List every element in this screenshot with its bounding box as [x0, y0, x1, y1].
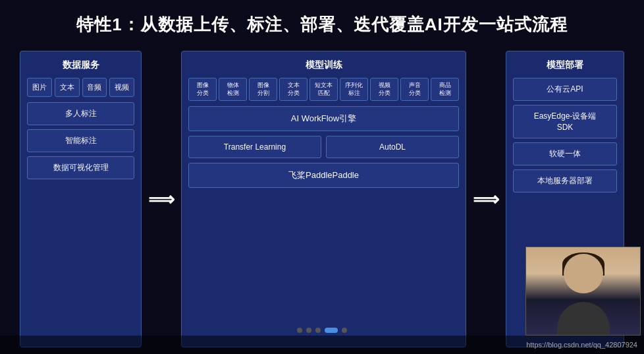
- arrow-icon-2: ⟹: [473, 189, 499, 210]
- training-row: Transfer Learning AutoDL: [188, 136, 459, 158]
- slide-container: 特性1：从数据上传、标注、部署、迭代覆盖AI开发一站式流程 数据服务 图片 文本…: [0, 0, 644, 354]
- deploy-public-api: 公有云API: [513, 78, 617, 101]
- arrow-icon-1: ⟹: [148, 189, 174, 210]
- model-deploy-title: 模型部署: [547, 59, 583, 71]
- data-visualization: 数据可视化管理: [27, 156, 134, 179]
- person-head: [564, 254, 603, 293]
- smart-annotation: 智能标注: [27, 129, 134, 152]
- model-sound-classify: 声音分类: [400, 78, 429, 101]
- model-image-segment: 图像分割: [249, 78, 277, 101]
- webcam-person: [526, 247, 640, 335]
- bottom-bar: https://blog.csdn.net/qq_42807924: [0, 336, 644, 354]
- workflow-bar: AI WorkFlow引擎: [188, 106, 459, 131]
- model-product-detect: 商品检测: [431, 78, 459, 101]
- model-object-detect: 物体检测: [219, 78, 247, 101]
- model-training-panel: 模型训练 图像分类 物体检测 图像分割 文本分类 短文本匹配 序列化标注 视频分…: [181, 51, 466, 347]
- model-image-classify: 图像分类: [188, 78, 217, 101]
- data-service-title: 数据服务: [63, 59, 99, 71]
- dot-3[interactable]: [315, 328, 321, 333]
- multi-annotation: 多人标注: [27, 102, 134, 125]
- model-sequence: 序列化标注: [340, 78, 368, 101]
- slide-dots: [297, 328, 347, 333]
- model-video-classify: 视频分类: [370, 78, 398, 101]
- dot-2[interactable]: [306, 328, 311, 333]
- webcam-overlay: [525, 247, 641, 336]
- model-short-text: 短文本匹配: [309, 78, 338, 101]
- data-type-audio: 音频: [82, 78, 107, 97]
- data-type-video: 视频: [109, 78, 134, 97]
- person-body: [557, 302, 610, 335]
- data-type-image: 图片: [27, 78, 52, 97]
- dot-5[interactable]: [342, 328, 347, 333]
- deploy-hardware: 软硬一体: [513, 142, 617, 165]
- data-service-panel: 数据服务 图片 文本 音频 视频 多人标注 智能标注 数据可视化管理: [20, 51, 142, 347]
- bottom-url: https://blog.csdn.net/qq_42807924: [526, 341, 637, 349]
- slide-title: 特性1：从数据上传、标注、部署、迭代覆盖AI开发一站式流程: [76, 13, 567, 36]
- deploy-easyedge: EasyEdge-设备端SDK: [513, 105, 617, 139]
- autodl-item: AutoDL: [326, 136, 459, 158]
- model-text-classify: 文本分类: [279, 78, 308, 101]
- arrow-2: ⟹: [473, 51, 499, 347]
- model-training-title: 模型训练: [306, 59, 342, 71]
- model-types-grid: 图像分类 物体检测 图像分割 文本分类 短文本匹配 序列化标注 视频分类 声音分…: [188, 78, 459, 101]
- dot-1[interactable]: [297, 328, 302, 333]
- deploy-local-server: 本地服务器部署: [513, 169, 617, 192]
- data-type-text: 文本: [55, 78, 80, 97]
- transfer-learning-item: Transfer Learning: [188, 136, 321, 158]
- arrow-1: ⟹: [148, 51, 174, 347]
- dot-4-active[interactable]: [325, 328, 338, 333]
- paddle-bar: 飞桨PaddlePaddle: [188, 163, 459, 188]
- data-types-grid: 图片 文本 音频 视频: [27, 78, 134, 97]
